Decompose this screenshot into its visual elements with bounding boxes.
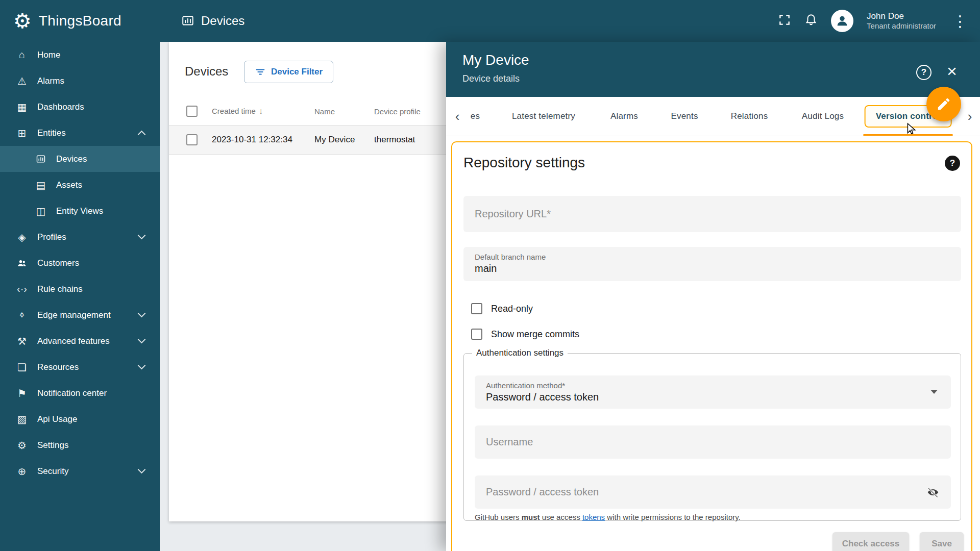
sort-descending-icon: ↓ — [259, 107, 263, 116]
filter-icon — [255, 66, 266, 78]
app-logo[interactable]: ⚙ ThingsBoard — [0, 0, 160, 42]
readonly-row: Read-only — [471, 303, 533, 315]
drawer-header: My Device Device details ? × — [446, 42, 980, 97]
authentication-settings-legend: Authentication settings — [472, 348, 568, 358]
tab-audit-logs[interactable]: Audit Logs — [802, 111, 844, 121]
repository-settings-panel: Repository settings ? Default branch nam… — [451, 141, 972, 551]
tabs-scroll-right-icon[interactable]: › — [968, 109, 972, 124]
column-name[interactable]: Name — [314, 107, 335, 115]
chevron-down-icon — [138, 466, 146, 474]
row-checkbox[interactable] — [186, 134, 198, 145]
chevron-down-icon — [138, 232, 146, 240]
help-icon[interactable]: ? — [916, 65, 932, 80]
edit-fab-button[interactable] — [926, 87, 961, 121]
profiles-icon: ◈ — [15, 231, 29, 243]
username-input[interactable] — [475, 436, 903, 448]
sidebar-item-notification-center[interactable]: ⚑ Notification center — [0, 380, 160, 406]
column-created-time[interactable]: Created time ↓ — [212, 107, 263, 116]
sidebar-item-edge-management[interactable]: ⌖ Edge management — [0, 302, 160, 328]
folder-icon: ❏ — [15, 361, 29, 373]
readonly-label: Read-only — [491, 304, 533, 314]
chevron-down-icon — [138, 362, 146, 370]
dashboards-icon: ▦ — [15, 101, 29, 113]
check-access-button[interactable]: Check access — [832, 532, 909, 551]
sidebar-item-customers[interactable]: Customers — [0, 250, 160, 276]
username-field — [475, 425, 951, 459]
rule-chains-icon: ‹·› — [15, 283, 29, 295]
sidebar-item-dashboards[interactable]: ▦ Dashboards — [0, 94, 160, 120]
security-globe-icon: ⊕ — [15, 465, 29, 478]
tab-events[interactable]: Events — [671, 111, 698, 121]
default-branch-label: Default branch name — [475, 253, 961, 261]
edge-antenna-icon: ⌖ — [15, 309, 29, 321]
header-title: Devices — [201, 14, 244, 28]
entity-views-icon: ◫ — [34, 205, 47, 217]
customers-icon — [15, 258, 29, 268]
password-field — [475, 475, 951, 509]
cell-device-profile: thermostat — [374, 135, 415, 145]
repository-help-icon[interactable]: ? — [945, 156, 960, 171]
default-branch-input[interactable] — [475, 263, 923, 274]
app-name: ThingsBoard — [39, 13, 121, 29]
sidebar-item-security[interactable]: ⊕ Security — [0, 458, 160, 484]
page-title: Devices — [185, 64, 228, 79]
column-device-profile[interactable]: Device profile — [374, 107, 421, 115]
entities-icon: ⊞ — [15, 127, 29, 139]
drawer-tabs: ‹ es Latest telemetry Alarms Events Rela… — [446, 97, 980, 136]
cell-created-time: 2023-10-31 12:32:34 — [212, 135, 292, 145]
sidebar-item-advanced-features[interactable]: ⚒ Advanced features — [0, 328, 160, 354]
show-merge-commits-label: Show merge commits — [491, 329, 579, 340]
home-icon: ⌂ — [15, 49, 29, 61]
authentication-method-select[interactable]: Authentication method* Password / access… — [475, 375, 951, 409]
header-breadcrumb: Devices — [181, 0, 244, 42]
default-branch-field: Default branch name — [463, 247, 961, 281]
tokens-link[interactable]: tokens — [582, 513, 605, 521]
sidebar-item-alarms[interactable]: ⚠ Alarms — [0, 68, 160, 94]
pencil-icon — [936, 96, 951, 112]
user-avatar[interactable] — [831, 10, 853, 32]
show-merge-commits-row: Show merge commits — [471, 328, 579, 340]
authentication-method-value: Password / access token — [486, 391, 951, 403]
sidebar-item-assets[interactable]: ▤ Assets — [0, 172, 160, 198]
sidebar-item-profiles[interactable]: ◈ Profiles — [0, 224, 160, 250]
sidebar-item-api-usage[interactable]: ▨ Api Usage — [0, 406, 160, 432]
device-filter-button[interactable]: Device Filter — [244, 61, 333, 83]
sidebar-item-home[interactable]: ⌂ Home — [0, 42, 160, 68]
close-icon[interactable]: × — [947, 62, 957, 80]
fullscreen-icon[interactable] — [778, 13, 791, 29]
device-details-drawer: My Device Device details ? × ‹ es Latest… — [446, 42, 980, 551]
sidebar-item-settings[interactable]: ⚙ Settings — [0, 432, 160, 458]
header-actions: John Doe Tenant administrator ⋮ — [778, 0, 971, 42]
repository-url-input[interactable] — [463, 208, 912, 220]
sidebar-item-rule-chains[interactable]: ‹·› Rule chains — [0, 276, 160, 302]
assets-icon: ▤ — [34, 179, 47, 191]
authentication-method-label: Authentication method* — [486, 381, 951, 390]
sidebar-item-devices[interactable]: Devices — [0, 146, 160, 172]
sidebar-item-entity-views[interactable]: ◫ Entity Views — [0, 198, 160, 224]
tab-latest-telemetry[interactable]: Latest telemetry — [512, 111, 575, 121]
sidebar-item-entities[interactable]: ⊞ Entities — [0, 120, 160, 146]
alarm-warning-icon: ⚠ — [15, 75, 29, 87]
save-button[interactable]: Save — [920, 532, 964, 551]
mouse-cursor — [905, 122, 918, 138]
tab-truncated[interactable]: es — [471, 111, 480, 121]
password-input[interactable] — [475, 486, 903, 498]
sidebar: ⚙ ThingsBoard ⌂ Home ⚠ Alarms ▦ Dashboar… — [0, 0, 160, 551]
toggle-password-visibility-icon[interactable] — [926, 486, 940, 499]
logo-gear-icon: ⚙ — [13, 11, 32, 31]
sidebar-item-resources[interactable]: ❏ Resources — [0, 354, 160, 380]
drawer-title: My Device — [462, 52, 529, 68]
tab-relations[interactable]: Relations — [731, 111, 768, 121]
cell-name: My Device — [314, 135, 355, 145]
user-name: John Doe — [867, 11, 936, 21]
dropdown-arrow-icon — [930, 390, 938, 394]
show-merge-commits-checkbox[interactable] — [471, 329, 482, 340]
more-options-icon[interactable]: ⋮ — [949, 12, 971, 30]
tab-alarms[interactable]: Alarms — [610, 111, 638, 121]
notifications-bell-icon[interactable] — [804, 13, 818, 29]
readonly-checkbox[interactable] — [471, 303, 482, 314]
tabs-scroll-left-icon[interactable]: ‹ — [455, 109, 460, 124]
chart-icon: ▨ — [15, 413, 29, 425]
select-all-checkbox[interactable] — [186, 106, 198, 117]
devices-icon — [34, 154, 47, 164]
